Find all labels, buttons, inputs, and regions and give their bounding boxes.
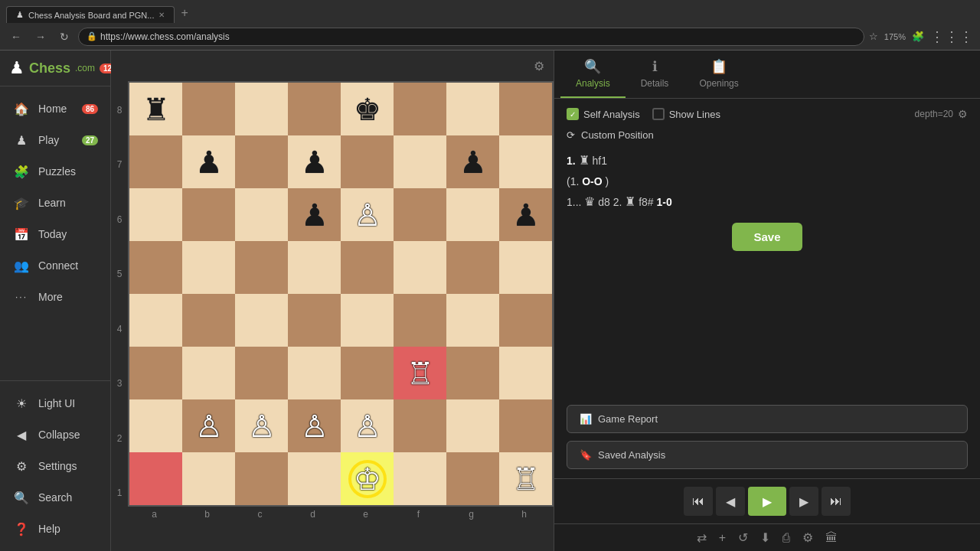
piece-e8[interactable]: ♚ xyxy=(354,94,381,125)
new-tab-button[interactable]: + xyxy=(175,3,194,23)
first-move-button[interactable]: ⏮ xyxy=(684,487,713,516)
piece-d7[interactable]: ♟ xyxy=(301,147,328,178)
cell-a7[interactable] xyxy=(129,135,182,188)
piece-g7[interactable]: ♟ xyxy=(459,147,487,178)
last-move-button[interactable]: ⏭ xyxy=(822,487,851,516)
save-button[interactable]: Save xyxy=(732,223,802,251)
saved-analysis-button[interactable]: 🔖 Saved Analysis xyxy=(567,441,968,469)
cell-g3[interactable] xyxy=(446,347,499,399)
cell-c2[interactable]: ♙ xyxy=(235,399,288,452)
cell-h7[interactable] xyxy=(499,135,552,188)
cell-c5[interactable] xyxy=(235,241,288,294)
cell-c1[interactable] xyxy=(235,452,288,505)
piece-a8[interactable]: ♜ xyxy=(142,94,170,125)
cell-h1[interactable]: ♖ xyxy=(499,452,552,505)
address-bar[interactable]: 🔒 https://www.chess.com/analysis xyxy=(78,28,864,46)
cell-a3[interactable] xyxy=(129,347,182,399)
cell-f1[interactable] xyxy=(394,452,446,505)
piece-h1[interactable]: ♖ xyxy=(512,464,540,494)
tab-analysis[interactable]: 🔍 Analysis xyxy=(560,51,626,98)
cell-g1[interactable] xyxy=(446,452,499,505)
sidebar-item-play[interactable]: ♟ Play 27 xyxy=(3,125,107,155)
cell-a4[interactable] xyxy=(129,294,182,347)
cell-a2[interactable] xyxy=(129,399,182,452)
bookmark-icon[interactable]: ☆ xyxy=(869,31,878,42)
sidebar-item-more[interactable]: ··· More xyxy=(3,282,107,312)
cell-f7[interactable] xyxy=(394,135,446,188)
prev-move-button[interactable]: ◀ xyxy=(716,487,745,516)
cell-b1[interactable] xyxy=(182,452,235,505)
cell-b2[interactable]: ♙ xyxy=(182,399,235,452)
cell-a8[interactable]: ♜ xyxy=(129,83,182,135)
cell-g5[interactable] xyxy=(446,241,499,294)
piece-e2[interactable]: ♙ xyxy=(354,411,381,442)
piece-b7[interactable]: ♟ xyxy=(195,147,223,178)
next-move-button[interactable]: ▶ xyxy=(789,487,818,516)
cell-b4[interactable] xyxy=(182,294,235,347)
cell-h2[interactable] xyxy=(499,399,552,452)
settings-tool-icon[interactable]: ⚙ xyxy=(802,530,813,545)
cell-h5[interactable] xyxy=(499,241,552,294)
cell-g7[interactable]: ♟ xyxy=(446,135,499,188)
add-icon[interactable]: + xyxy=(719,531,726,545)
cell-d6[interactable]: ♟ xyxy=(288,188,341,241)
piece-f3[interactable]: ♖ xyxy=(407,358,434,389)
cell-f2[interactable] xyxy=(394,399,446,452)
depth-settings-icon[interactable]: ⚙ xyxy=(958,108,968,120)
self-analysis-option[interactable]: Self Analysis xyxy=(567,108,640,120)
cell-d4[interactable] xyxy=(288,294,341,347)
cell-e2[interactable]: ♙ xyxy=(341,399,394,452)
cell-d5[interactable] xyxy=(288,241,341,294)
menu-icon[interactable]: ⋮⋮⋮ xyxy=(930,28,974,45)
rotate-icon[interactable]: ↺ xyxy=(738,530,748,545)
cell-e6[interactable]: ♙ xyxy=(341,188,394,241)
game-report-button[interactable]: 📊 Game Report xyxy=(567,405,968,433)
cell-b8[interactable] xyxy=(182,83,235,135)
chess-board[interactable]: ♜♚♟♟♟♟♙♟♖♙♙♙♙♔♖ xyxy=(128,81,554,507)
show-lines-checkbox[interactable] xyxy=(652,108,665,120)
cell-c4[interactable] xyxy=(235,294,288,347)
cell-d2[interactable]: ♙ xyxy=(288,399,341,452)
share-icon[interactable]: ⎙ xyxy=(782,531,790,545)
cell-c8[interactable] xyxy=(235,83,288,135)
flip-board-icon[interactable]: ⇄ xyxy=(697,530,707,545)
cell-b3[interactable] xyxy=(182,347,235,399)
sidebar-item-help[interactable]: ❓ Help xyxy=(3,514,107,544)
cell-f4[interactable] xyxy=(394,294,446,347)
piece-e6[interactable]: ♙ xyxy=(354,200,381,230)
cell-f3[interactable]: ♖ xyxy=(394,347,446,399)
sidebar-item-connect[interactable]: 👥 Connect xyxy=(3,250,107,281)
forward-button[interactable]: → xyxy=(31,29,51,44)
sidebar-item-learn[interactable]: 🎓 Learn xyxy=(3,187,107,218)
piece-d2[interactable]: ♙ xyxy=(301,411,328,442)
sidebar-item-collapse[interactable]: ◀ Collapse xyxy=(3,419,107,450)
cell-h8[interactable] xyxy=(499,83,552,135)
cell-d1[interactable] xyxy=(288,452,341,505)
back-button[interactable]: ← xyxy=(6,29,26,44)
cell-b5[interactable] xyxy=(182,241,235,294)
cell-e8[interactable]: ♚ xyxy=(341,83,394,135)
piece-d6[interactable]: ♟ xyxy=(301,200,328,230)
cell-b6[interactable] xyxy=(182,188,235,241)
show-lines-option[interactable]: Show Lines xyxy=(652,108,720,120)
tab-openings[interactable]: 📋 Openings xyxy=(684,51,753,98)
cell-c3[interactable] xyxy=(235,347,288,399)
sidebar-item-light-ui[interactable]: ☀ Light UI xyxy=(3,388,107,419)
cell-g8[interactable] xyxy=(446,83,499,135)
cell-f8[interactable] xyxy=(394,83,446,135)
tab-details[interactable]: ℹ Details xyxy=(626,51,684,98)
cell-c6[interactable] xyxy=(235,188,288,241)
extensions-icon[interactable]: 🧩 xyxy=(912,31,924,42)
cell-h6[interactable]: ♟ xyxy=(499,188,552,241)
cell-b7[interactable]: ♟ xyxy=(182,135,235,188)
cell-a1[interactable] xyxy=(129,452,182,505)
cell-h4[interactable] xyxy=(499,294,552,347)
board-settings-icon[interactable]: ⚙ xyxy=(528,53,550,80)
cell-a5[interactable] xyxy=(129,241,182,294)
cell-g4[interactable] xyxy=(446,294,499,347)
cell-e3[interactable] xyxy=(341,347,394,399)
cell-e7[interactable] xyxy=(341,135,394,188)
refresh-button[interactable]: ↻ xyxy=(55,29,74,44)
sidebar-item-settings[interactable]: ⚙ Settings xyxy=(3,451,107,481)
cell-g2[interactable] xyxy=(446,399,499,452)
